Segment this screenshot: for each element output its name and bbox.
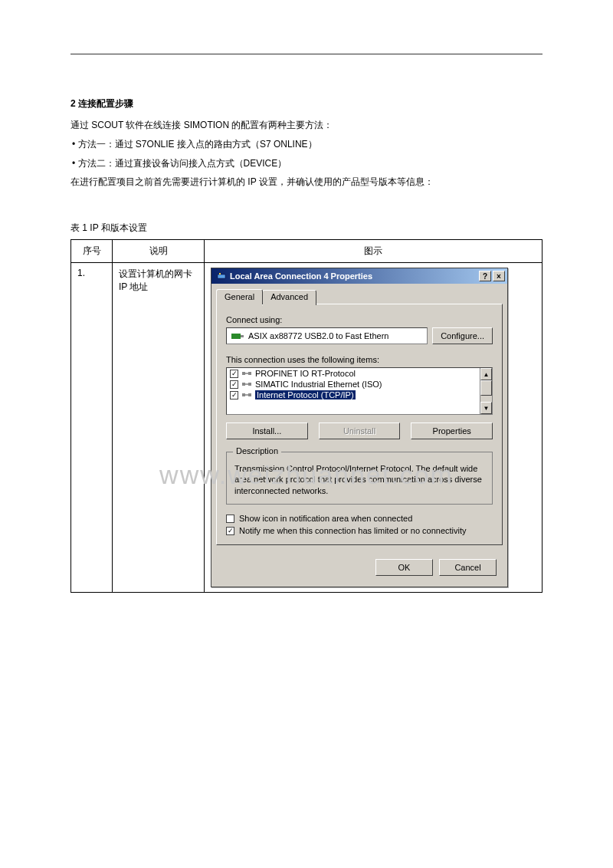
svg-rect-11 bbox=[248, 393, 251, 396]
checkbox-icon[interactable]: ✓ bbox=[226, 527, 234, 535]
network-adapter-icon bbox=[231, 331, 244, 340]
list-item[interactable]: ✓ SIMATIC Industrial Ethernet (ISO) bbox=[227, 379, 480, 390]
items-listbox[interactable]: ✓ PROFINET IO RT-Protocol ✓ SIMATIC Indu… bbox=[226, 367, 493, 415]
intro-line-1: 通过 SCOUT 软件在线连接 SIMOTION 的配置有两种主要方法： bbox=[70, 117, 543, 134]
help-button[interactable]: ? bbox=[479, 271, 491, 281]
title-bar[interactable]: Local Area Connection 4 Properties ? × bbox=[211, 268, 507, 284]
install-button[interactable]: Install... bbox=[226, 422, 308, 439]
section-heading: 2 连接配置步骤 bbox=[70, 97, 543, 110]
settings-table: 序号 说明 图示 1. 设置计算机的网卡 IP 地址 Local Area Co… bbox=[70, 239, 543, 593]
item-label-selected: Internet Protocol (TCP/IP) bbox=[255, 390, 356, 399]
svg-rect-7 bbox=[242, 383, 245, 386]
protocol-icon bbox=[241, 380, 252, 389]
window-icon bbox=[216, 271, 227, 281]
svg-rect-5 bbox=[248, 372, 251, 375]
properties-dialog: Local Area Connection 4 Properties ? × G… bbox=[211, 268, 508, 587]
window-title: Local Area Connection 4 Properties bbox=[230, 271, 372, 281]
scrollbar[interactable]: ▲ ▼ bbox=[480, 368, 492, 414]
checkbox-icon[interactable]: ✓ bbox=[230, 380, 238, 389]
svg-rect-3 bbox=[241, 335, 244, 337]
th-number: 序号 bbox=[71, 240, 113, 263]
tab-advanced[interactable]: Advanced bbox=[262, 290, 316, 305]
checkbox-icon[interactable] bbox=[226, 515, 234, 523]
scroll-up-icon[interactable]: ▲ bbox=[480, 368, 492, 380]
svg-rect-0 bbox=[218, 275, 225, 278]
top-rule bbox=[70, 54, 543, 54]
checkbox-icon[interactable]: ✓ bbox=[230, 370, 238, 378]
cell-image: Local Area Connection 4 Properties ? × G… bbox=[205, 263, 543, 593]
tab-panel-general: Connect using: ASIX ax88772 USB2.0 to Fa… bbox=[216, 304, 503, 545]
scroll-down-icon[interactable]: ▼ bbox=[480, 402, 492, 414]
svg-rect-4 bbox=[242, 372, 245, 375]
notify-row[interactable]: ✓ Notify me when this connection has lim… bbox=[226, 526, 493, 535]
show-icon-label: Show icon in notification area when conn… bbox=[239, 514, 412, 523]
configure-button[interactable]: Configure... bbox=[432, 327, 493, 344]
cell-number: 1. bbox=[71, 263, 113, 593]
description-group: Description Transmission Control Protoco… bbox=[226, 452, 493, 505]
protocol-icon bbox=[241, 369, 252, 378]
close-button[interactable]: × bbox=[493, 271, 505, 281]
show-icon-row[interactable]: Show icon in notification area when conn… bbox=[226, 514, 493, 523]
bullet-method-2: • 方法二：通过直接设备访问接入点方式（DEVICE） bbox=[70, 155, 543, 173]
properties-button[interactable]: Properties bbox=[411, 422, 493, 439]
dialog-footer: OK Cancel bbox=[211, 550, 507, 587]
svg-rect-8 bbox=[248, 383, 251, 386]
bullet-method-1: • 方法一：通过 S7ONLIE 接入点的路由方式（S7 ONLINE） bbox=[70, 136, 543, 153]
tab-strip: General Advanced bbox=[211, 284, 507, 304]
cancel-button[interactable]: Cancel bbox=[439, 559, 497, 576]
item-label: SIMATIC Industrial Ethernet (ISO) bbox=[255, 380, 382, 389]
uninstall-button: Uninstall bbox=[319, 422, 401, 439]
table-row: 1. 设置计算机的网卡 IP 地址 Local Area Connection … bbox=[71, 263, 543, 593]
svg-rect-2 bbox=[231, 334, 241, 339]
tab-general[interactable]: General bbox=[216, 289, 263, 304]
notify-label: Notify me when this connection has limit… bbox=[239, 526, 467, 535]
list-item[interactable]: ✓ PROFINET IO RT-Protocol bbox=[227, 368, 480, 379]
intro-line-2: 在进行配置项目之前首先需要进行计算机的 IP 设置，并确认使用的产品型号版本等信… bbox=[70, 173, 543, 191]
checkbox-icon[interactable]: ✓ bbox=[230, 391, 238, 399]
adapter-box: ASIX ax88772 USB2.0 to Fast Ethern bbox=[226, 327, 428, 344]
svg-rect-1 bbox=[219, 273, 221, 275]
svg-rect-10 bbox=[242, 393, 245, 396]
table-caption: 表 1 IP 和版本设置 bbox=[70, 222, 543, 235]
th-desc: 说明 bbox=[113, 240, 205, 263]
protocol-icon bbox=[241, 390, 252, 399]
th-image: 图示 bbox=[205, 240, 543, 263]
item-label: PROFINET IO RT-Protocol bbox=[255, 369, 356, 378]
description-label: Description bbox=[233, 446, 281, 455]
ok-button[interactable]: OK bbox=[375, 559, 433, 576]
scroll-thumb[interactable] bbox=[480, 380, 492, 396]
adapter-name: ASIX ax88772 USB2.0 to Fast Ethern bbox=[248, 331, 388, 340]
list-item[interactable]: ✓ Internet Protocol (TCP/IP) bbox=[227, 390, 480, 400]
cell-desc: 设置计算机的网卡 IP 地址 bbox=[113, 263, 205, 593]
description-text: Transmission Control Protocol/Internet P… bbox=[234, 463, 484, 496]
connect-using-label: Connect using: bbox=[226, 315, 493, 324]
items-label: This connection uses the following items… bbox=[226, 355, 493, 364]
